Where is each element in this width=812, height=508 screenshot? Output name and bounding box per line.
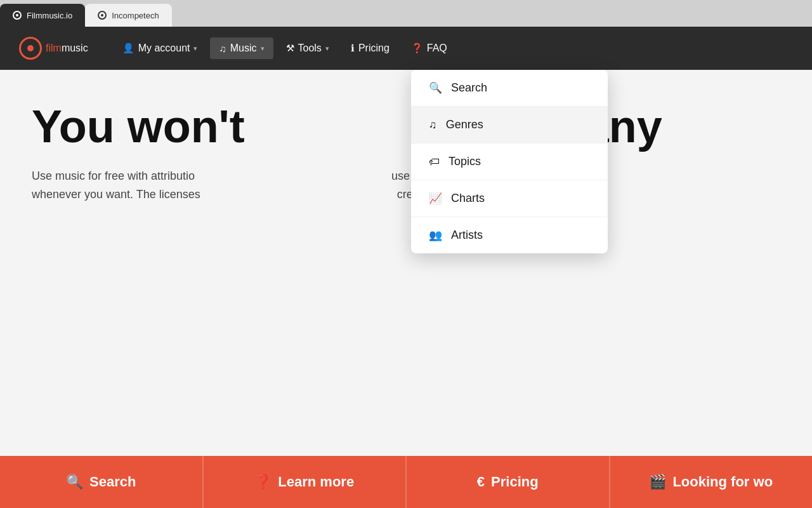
- dropdown-label-search: Search: [451, 81, 487, 95]
- cta-search-button[interactable]: 🔍 Search: [0, 456, 204, 508]
- nav-item-my-account[interactable]: 👤 My account ▾: [114, 37, 207, 59]
- chevron-down-icon-tools: ▾: [325, 44, 329, 53]
- cta-pricing-icon: €: [477, 474, 485, 490]
- chevron-down-icon-music: ▾: [261, 44, 265, 53]
- charts-icon: 📈: [429, 192, 442, 205]
- logo-text: filmmusic: [46, 43, 88, 54]
- hero-subtitle-left: Use music for free with attributio: [32, 170, 195, 182]
- cta-work-label: Looking for wo: [672, 474, 773, 490]
- tab-filmmusic[interactable]: Filmmusic.io: [0, 4, 85, 27]
- info-icon: ℹ: [351, 43, 355, 54]
- nav-label-pricing: Pricing: [358, 43, 390, 54]
- genres-icon: ♫: [429, 119, 437, 131]
- dropdown-item-charts[interactable]: 📈 Charts: [411, 180, 608, 217]
- tab-label-incompetech: Incompetech: [112, 11, 159, 20]
- hero-section: You won't nis any Use music for free wit…: [0, 70, 812, 508]
- question-icon: ❓: [411, 43, 423, 54]
- cta-learn-more-button[interactable]: ❓ Learn more: [204, 456, 407, 508]
- dropdown-item-artists[interactable]: 👥 Artists: [411, 217, 608, 253]
- tab-label-filmmusic: Filmmusic.io: [27, 11, 72, 20]
- dropdown-item-topics[interactable]: 🏷 Topics: [411, 144, 608, 180]
- hero-subtitle-line2-left: whenever you want. The licenses: [32, 188, 200, 201]
- logo-music: music: [62, 43, 88, 53]
- nav-label-tools: Tools: [298, 43, 322, 54]
- hero-title-left: You won't: [32, 101, 321, 152]
- cta-pricing-button[interactable]: € Pricing: [407, 456, 610, 508]
- chevron-down-icon: ▾: [193, 44, 197, 53]
- tab-icon-filmmusic: [13, 11, 22, 20]
- tab-bar: Filmmusic.io Incompetech: [0, 0, 812, 27]
- nav-item-pricing[interactable]: ℹ Pricing: [342, 37, 398, 59]
- dropdown-label-topics: Topics: [449, 155, 481, 168]
- cta-pricing-label: Pricing: [491, 474, 539, 490]
- cta-learn-more-label: Learn more: [278, 474, 354, 490]
- nav-items: 👤 My account ▾ ♫ Music ▾ ⚒ Tools ▾ ℹ Pri…: [114, 37, 793, 59]
- navbar: filmmusic 👤 My account ▾ ♫ Music ▾ ⚒ Too…: [0, 27, 812, 70]
- nav-item-tools[interactable]: ⚒ Tools ▾: [277, 37, 338, 59]
- cta-looking-for-work-button[interactable]: 🎬 Looking for wo: [610, 456, 813, 508]
- cta-search-icon: 🔍: [66, 474, 83, 490]
- tab-icon-incompetech: [98, 11, 107, 20]
- tag-icon: 🏷: [429, 156, 440, 168]
- dropdown-item-search[interactable]: 🔍 Search: [411, 70, 608, 107]
- user-icon: 👤: [122, 43, 134, 54]
- tab-incompetech[interactable]: Incompetech: [85, 4, 171, 27]
- nav-item-faq[interactable]: ❓ FAQ: [402, 37, 456, 59]
- music-icon: ♫: [219, 43, 226, 54]
- dropdown-item-genres[interactable]: ♫ Genres: [411, 107, 608, 144]
- cta-learn-more-icon: ❓: [254, 474, 272, 490]
- dropdown-label-artists: Artists: [451, 229, 483, 242]
- cta-search-label: Search: [89, 474, 136, 490]
- nav-label-my-account: My account: [138, 43, 190, 54]
- nav-item-music[interactable]: ♫ Music ▾: [210, 37, 273, 59]
- nav-label-music: Music: [230, 43, 257, 54]
- dropdown-label-genres: Genres: [446, 118, 483, 131]
- logo-film: film: [46, 43, 62, 53]
- nav-label-faq: FAQ: [427, 43, 447, 54]
- hero-subtitle: Use music for free with attributiouse fo…: [32, 167, 730, 204]
- tools-icon: ⚒: [286, 43, 294, 54]
- search-icon: 🔍: [429, 81, 442, 95]
- cta-work-icon: 🎬: [649, 474, 666, 490]
- cta-row: 🔍 Search ❓ Learn more € Pricing 🎬 Lookin…: [0, 456, 812, 508]
- music-dropdown: 🔍 Search ♫ Genres 🏷 Topics 📈 Charts 👥 Ar…: [411, 70, 608, 253]
- logo[interactable]: filmmusic: [19, 37, 88, 60]
- logo-icon: [19, 37, 42, 60]
- main-content: You won't nis any Use music for free wit…: [0, 70, 812, 508]
- dropdown-label-charts: Charts: [451, 192, 485, 205]
- hero-title: You won't nis any: [32, 102, 780, 152]
- artists-icon: 👥: [429, 229, 442, 242]
